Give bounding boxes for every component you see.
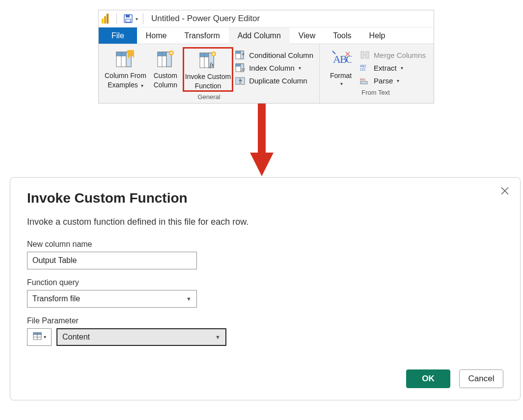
extract-icon: ABC 123 (360, 63, 371, 73)
window-title: Untitled - Power Query Editor (151, 14, 260, 24)
merge-columns-icon (360, 50, 371, 60)
separator (143, 13, 143, 24)
tab-help[interactable]: Help (360, 27, 394, 44)
tab-file[interactable]: File (99, 27, 137, 44)
cancel-button[interactable]: Cancel (459, 369, 503, 388)
titlebar: ▾ Untitled - Power Query Editor (99, 10, 434, 27)
invoke-custom-function-dialog: Invoke Custom Function Invoke a custom f… (10, 177, 521, 400)
chevron-down-icon: ▾ (401, 65, 403, 71)
ok-button[interactable]: OK (406, 369, 450, 388)
group-label-general: General (197, 92, 220, 102)
tab-tools[interactable]: Tools (324, 27, 360, 44)
powerbi-logo-icon (102, 14, 111, 24)
close-button[interactable] (498, 184, 511, 200)
merge-columns-button: Merge Columns (360, 50, 426, 60)
svg-text:abc: abc (360, 78, 366, 81)
tab-transform[interactable]: Transform (175, 27, 228, 44)
custom-column-icon (155, 49, 176, 69)
annotation-arrow (5, 104, 518, 177)
svg-rect-1 (104, 16, 106, 24)
svg-rect-33 (236, 78, 240, 84)
svg-rect-2 (107, 14, 109, 24)
chevron-down-icon: ▾ (44, 334, 46, 340)
svg-rect-44 (258, 104, 266, 155)
new-column-name-label: New column name (27, 240, 503, 249)
svg-text:≠: ≠ (242, 52, 245, 56)
chevron-down-icon: ▾ (141, 83, 143, 88)
format-icon: A B C (330, 49, 352, 69)
svg-text:12: 12 (241, 68, 245, 71)
svg-rect-5 (126, 19, 131, 22)
qat-dropdown-icon[interactable]: ▾ (136, 16, 138, 22)
file-parameter-label: File Parameter (27, 316, 503, 325)
svg-text:123: 123 (360, 68, 365, 71)
function-query-select[interactable]: Transform file ▼ (27, 290, 197, 308)
dialog-description: Invoke a custom function defined in this… (27, 217, 503, 227)
ribbon-group-general: Column From Examples ▾ (99, 44, 320, 103)
save-button[interactable] (122, 12, 135, 25)
parse-button[interactable]: abc Parse ▾ (360, 76, 426, 85)
tab-view[interactable]: View (290, 27, 324, 44)
chevron-down-icon: ▼ (215, 334, 220, 340)
chevron-down-icon: ▾ (397, 78, 399, 83)
group-label-from-text: From Text (361, 87, 390, 98)
svg-text:ABC: ABC (360, 64, 367, 68)
ribbon-body: Column From Examples ▾ (99, 44, 434, 103)
svg-rect-39 (366, 52, 369, 58)
format-button[interactable]: A B C Format ▾ (324, 47, 358, 87)
conditional-column-icon: ≠ (235, 50, 246, 60)
file-parameter-select[interactable]: Content ▼ (56, 328, 226, 346)
function-query-label: Function query (27, 278, 503, 287)
chevron-down-icon: ▾ (340, 81, 343, 86)
column-from-examples-button[interactable]: Column From Examples ▾ (103, 47, 148, 90)
parameter-type-button[interactable]: ▾ (27, 328, 52, 346)
separator (116, 13, 117, 24)
conditional-column-button[interactable]: ≠ Conditional Column (235, 50, 313, 60)
tab-home[interactable]: Home (137, 27, 176, 44)
svg-rect-4 (126, 15, 130, 18)
svg-rect-43 (360, 81, 367, 84)
index-column-icon: 12 (235, 63, 246, 73)
invoke-custom-function-button[interactable]: fx Invoke Custom Function (183, 47, 233, 92)
svg-rect-38 (361, 52, 364, 58)
svg-text:fx: fx (210, 61, 214, 68)
power-query-editor-window: ▾ Untitled - Power Query Editor File Hom… (98, 10, 434, 104)
parse-icon: abc (360, 76, 371, 85)
chevron-down-icon: ▼ (186, 296, 192, 302)
duplicate-column-button[interactable]: Duplicate Column (235, 76, 313, 85)
duplicate-column-icon (235, 76, 246, 85)
index-column-button[interactable]: 12 Index Column ▾ (235, 63, 313, 73)
table-icon (33, 332, 42, 342)
ribbon-group-from-text: A B C Format ▾ (320, 44, 432, 103)
column-from-examples-icon (114, 49, 136, 69)
custom-column-button[interactable]: Custom Column (148, 47, 183, 90)
chevron-down-icon: ▾ (299, 65, 301, 71)
svg-rect-0 (102, 19, 104, 24)
new-column-name-input[interactable]: Output Table (27, 252, 197, 269)
ribbon-tabs: File Home Transform Add Column View Tool… (99, 27, 434, 44)
dialog-title: Invoke Custom Function (27, 190, 503, 206)
invoke-custom-function-icon: fx (197, 50, 219, 70)
tab-add-column[interactable]: Add Column (229, 27, 290, 44)
extract-button[interactable]: ABC 123 Extract ▾ (360, 63, 426, 73)
svg-marker-45 (250, 153, 274, 176)
